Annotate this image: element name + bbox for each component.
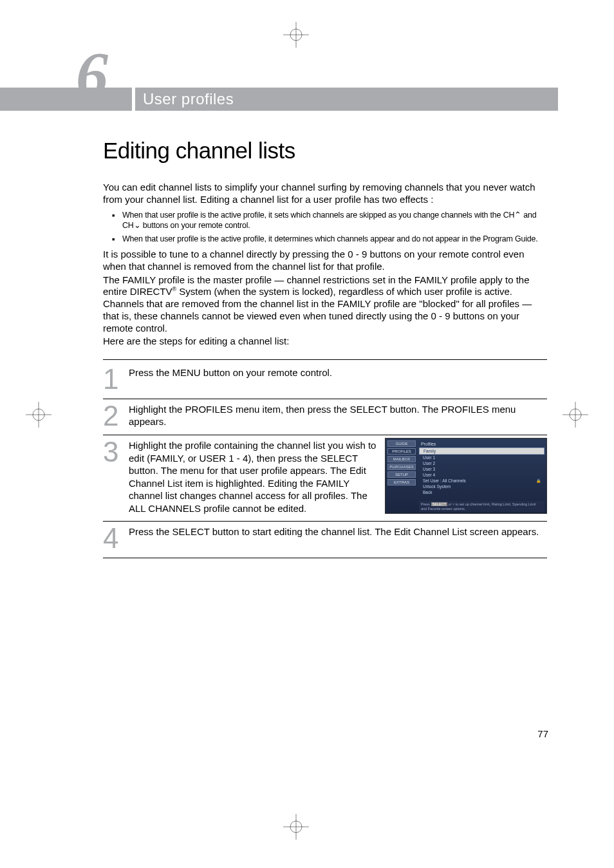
ss-row-user1: User 1 — [419, 455, 544, 460]
step-1: 1 Press the MENU button on your remote c… — [103, 359, 547, 399]
step-number: 2 — [103, 402, 129, 429]
ss-tab-extras: EXTRAS — [387, 479, 416, 486]
step-text: Press the SELECT button to start editing… — [129, 524, 547, 551]
intro-paragraph: You can edit channel lists to simplify y… — [103, 182, 547, 206]
effects-list: When that user profile is the active pro… — [103, 210, 547, 245]
step-text: Highlight the PROFILES menu item, then p… — [129, 402, 547, 429]
ss-tab-profiles: PROFILES — [387, 448, 416, 455]
step-text: Press the MENU button on your remote con… — [129, 365, 547, 392]
chapter-title: User profiles — [143, 90, 234, 108]
ss-tab-purchases: PURCHASES — [387, 464, 416, 470]
header-left-block — [0, 88, 132, 111]
ss-tab-guide: GUIDE — [387, 440, 416, 447]
ss-row-back: Back — [419, 489, 544, 495]
step-2: 2 Highlight the PROFILES menu item, then… — [103, 399, 547, 436]
step-text: Highlight the profile containing the cha… — [129, 438, 377, 514]
ss-footer-button: SELECT — [431, 502, 447, 506]
step-4: 4 Press the SELECT button to start editi… — [103, 522, 547, 558]
page-number: 77 — [537, 728, 548, 739]
ss-row-family: Family — [419, 448, 544, 455]
step-number: 1 — [103, 365, 129, 392]
screenshot-menu: Profiles Family User 1 User 2 User 3 Use… — [419, 440, 544, 495]
crop-mark-left — [26, 402, 51, 428]
ss-footer-prefix: Press — [421, 502, 431, 506]
ss-footer-hint: Press SELECT or > to set up channel limi… — [419, 501, 544, 512]
crop-mark-top — [283, 22, 309, 48]
bullet-item: When that user profile is the active pro… — [122, 210, 547, 232]
ss-tab-setup: SETUP — [387, 471, 416, 478]
ss-tab-mailbox: MAILBOX — [387, 456, 416, 462]
crop-mark-right — [563, 402, 588, 428]
ss-row-setuser: Set User : All Channels🔒 — [419, 478, 544, 484]
bullet-item: When that user profile is the active pro… — [122, 234, 547, 245]
chapter-header-bar: User profiles — [0, 88, 614, 111]
step-number: 4 — [103, 524, 129, 551]
body-paragraph: The FAMILY profile is the master profile… — [103, 274, 547, 335]
ss-row-setuser-label: Set User : All Channels — [423, 478, 466, 483]
header-right-block: User profiles — [135, 88, 558, 111]
step-number: 3 — [103, 438, 129, 514]
body-paragraph: Here are the steps for editing a channel… — [103, 335, 547, 348]
lock-icon: 🔒 — [536, 478, 541, 483]
ss-row-unlock: Unlock System — [419, 484, 544, 489]
body-paragraph: It is possible to tune to a channel dire… — [103, 249, 547, 273]
crop-mark-bottom — [283, 814, 309, 840]
ss-row-user3: User 3 — [419, 466, 544, 472]
profiles-menu-screenshot: GUIDE PROFILES MAILBOX PURCHASES SETUP E… — [385, 438, 547, 514]
ss-header: Profiles — [419, 440, 544, 448]
step-3: 3 Highlight the profile containing the c… — [103, 435, 547, 522]
ss-row-user4: User 4 — [419, 472, 544, 478]
steps-list: 1 Press the MENU button on your remote c… — [103, 359, 547, 558]
section-heading: Editing channel lists — [103, 138, 547, 164]
screenshot-tabs: GUIDE PROFILES MAILBOX PURCHASES SETUP E… — [387, 440, 416, 487]
page-content: Editing channel lists You can edit chann… — [103, 138, 547, 558]
ss-row-user2: User 2 — [419, 460, 544, 466]
